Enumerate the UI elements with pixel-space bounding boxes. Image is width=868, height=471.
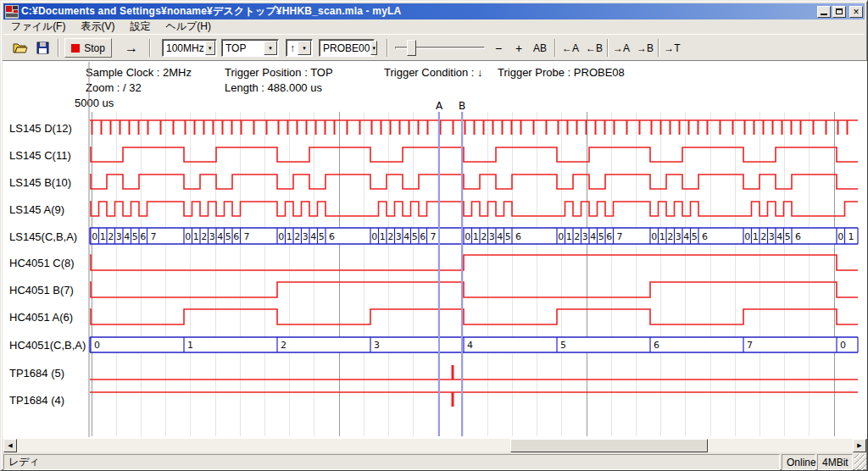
scroll-right-button[interactable]: ▶ — [853, 439, 866, 452]
channel-label: LS145 C(11) — [9, 149, 71, 162]
scroll-left-button[interactable]: ◀ — [3, 439, 17, 452]
status-bar: レディ Online 4MBit — [3, 454, 866, 470]
title-bar[interactable]: C:¥Documents and Settings¥noname¥デスクトップ¥… — [3, 3, 865, 19]
channel-label: HC4051 B(7) — [9, 284, 74, 296]
sample-clock-combo[interactable]: 100MHz ▼ — [162, 39, 217, 57]
zoom-in-button[interactable]: + — [510, 38, 527, 58]
combo-dropdown-icon[interactable]: ▼ — [205, 41, 215, 55]
maximize-button[interactable] — [832, 6, 846, 18]
channel-label: LS145(C,B,A) — [9, 230, 77, 243]
window-title: C:¥Documents and Settings¥noname¥デスクトップ¥… — [21, 4, 815, 19]
stop-button[interactable]: Stop — [64, 38, 112, 58]
channel-label: LS145 D(12) — [9, 122, 72, 135]
combo-dropdown-icon[interactable]: ▼ — [264, 41, 277, 55]
waveform-client-area[interactable]: Sample Clock : 2MHz Trigger Position : T… — [3, 60, 867, 439]
scroll-right-icon: ▶ — [857, 442, 861, 449]
menu-bar: ファイル(F) 表示(V) 設定 ヘルプ(H) — [3, 19, 865, 34]
run-arrow-icon: → — [125, 41, 138, 56]
close-button[interactable]: × — [849, 6, 863, 18]
floppy-disk-icon — [36, 42, 49, 54]
time-scale-label: 5000 us — [75, 97, 114, 109]
set-cursor-b-button[interactable]: →B — [634, 38, 656, 58]
goto-cursor-a-button[interactable]: ←A — [559, 38, 581, 58]
trigger-edge-value: ↑ — [287, 42, 297, 54]
zoom-ab-button[interactable]: AB — [529, 38, 551, 58]
set-cursor-a-button[interactable]: →A — [610, 38, 632, 58]
maximize-icon — [836, 8, 843, 14]
toolbar-separator — [58, 39, 59, 57]
zoom-info: Zoom : / 32 — [86, 81, 142, 94]
channel-label: HC4051 C(8) — [9, 257, 75, 269]
menu-view[interactable]: 表示(V) — [73, 19, 122, 35]
trigger-position-info: Trigger Position : TOP — [225, 66, 333, 79]
app-icon — [5, 5, 19, 19]
length-info: Length : 488.000 us — [225, 81, 322, 94]
goto-cursor-b-button[interactable]: ←B — [583, 38, 605, 58]
channel-label: TP1684 (4) — [9, 394, 64, 407]
stop-label: Stop — [84, 42, 105, 54]
toolbar-separator — [658, 39, 659, 57]
trigger-probe-combo[interactable]: PROBE00 ▼ — [319, 39, 375, 57]
trigger-position-combo[interactable]: TOP ▼ — [221, 39, 279, 57]
toolbar-separator — [554, 39, 556, 57]
trigger-edge-combo[interactable]: ↑ ▼ — [286, 39, 313, 57]
goto-trigger-button[interactable]: →T — [661, 38, 683, 58]
trigger-position-value: TOP — [222, 42, 263, 54]
resize-grip[interactable] — [854, 454, 866, 470]
minimize-button[interactable] — [817, 6, 831, 18]
open-folder-icon — [13, 42, 28, 54]
run-button[interactable]: → — [120, 38, 142, 58]
toolbar: Stop → 100MHz ▼ TOP ▼ ↑ ▼ PROBE00 ▼ − + … — [3, 34, 865, 60]
toolbar-separator — [149, 39, 151, 57]
channel-label: LS145 A(9) — [9, 203, 64, 216]
menu-help[interactable]: ヘルプ(H) — [158, 19, 219, 35]
toolbar-separator — [607, 39, 609, 57]
stop-icon — [71, 44, 80, 53]
horizontal-scrollbar[interactable]: ◀ ▶ — [3, 439, 866, 452]
sample-clock-info: Sample Clock : 2MHz — [86, 66, 192, 79]
combo-dropdown-icon[interactable]: ▼ — [298, 41, 311, 55]
scroll-left-icon: ◀ — [8, 442, 12, 449]
save-button[interactable] — [32, 38, 53, 58]
channel-label: HC4051 A(6) — [9, 311, 73, 324]
toolbar-separator — [387, 39, 388, 57]
close-icon: × — [853, 7, 859, 17]
zoom-slider-thumb[interactable] — [407, 40, 416, 56]
trigger-condition-info: Trigger Condition : ↓ — [384, 66, 483, 79]
menu-settings[interactable]: 設定 — [122, 19, 158, 35]
channel-label: HC4051(C,B,A) — [9, 339, 86, 352]
minimize-icon — [821, 14, 827, 15]
sample-clock-value: 100MHz — [163, 42, 204, 54]
menu-file[interactable]: ファイル(F) — [3, 19, 73, 35]
zoom-out-button[interactable]: − — [490, 38, 507, 58]
trigger-probe-info: Trigger Probe : PROBE08 — [498, 66, 625, 79]
combo-dropdown-icon[interactable]: ▼ — [370, 41, 377, 55]
status-online: Online — [782, 454, 815, 470]
trigger-probe-value: PROBE00 — [320, 42, 370, 54]
status-memory: 4MBit — [817, 454, 853, 470]
scrollbar-thumb[interactable] — [510, 439, 708, 452]
channel-label: TP1684 (5) — [9, 367, 64, 380]
status-ready: レディ — [3, 454, 780, 470]
open-file-button[interactable] — [10, 38, 31, 58]
channel-label: LS145 B(10) — [9, 176, 71, 189]
app-window: C:¥Documents and Settings¥noname¥デスクトップ¥… — [0, 0, 868, 471]
